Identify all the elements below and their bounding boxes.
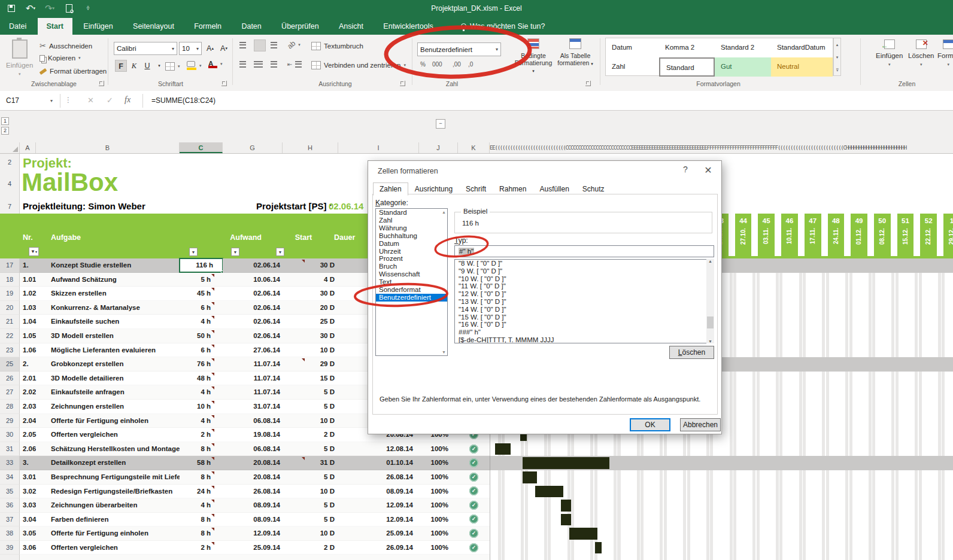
- selected-cell-c17[interactable]: 116 h: [180, 258, 223, 272]
- number-dialog-launcher[interactable]: [585, 81, 591, 86]
- tab-seitenlayout[interactable]: Seitenlayout: [124, 18, 183, 35]
- filter-aufwand[interactable]: ▼: [189, 248, 198, 256]
- underline-dropdown[interactable]: ▾: [153, 60, 165, 72]
- dialog-tab-zahlen[interactable]: Zahlen: [373, 182, 408, 196]
- outline-collapse-button[interactable]: −: [436, 119, 445, 129]
- category-item-buchhaltung[interactable]: Buchhaltung: [376, 232, 447, 240]
- align-right-icon[interactable]: [271, 61, 277, 68]
- align-center-icon[interactable]: [254, 61, 263, 68]
- format-as-table-button[interactable]: Als Tabelle formatieren ▾: [557, 38, 594, 68]
- align-bottom-icon[interactable]: [271, 42, 277, 48]
- format-type-item[interactable]: "13 W. [ "0" D ]": [455, 298, 714, 306]
- column-header-C[interactable]: C: [180, 142, 223, 153]
- tab-ueberpruefen[interactable]: Überprüfen: [272, 18, 328, 35]
- format-type-item[interactable]: "8 W. [ "0" D ]": [455, 260, 714, 267]
- gallery-scroll-buttons[interactable]: ▴▾⊽: [833, 38, 841, 76]
- grow-font-button[interactable]: A▴: [204, 42, 216, 54]
- increase-decimal-icon[interactable]: ,00: [453, 61, 461, 68]
- underline-button[interactable]: U: [141, 60, 153, 72]
- percent-style-icon[interactable]: %: [420, 61, 426, 68]
- italic-button[interactable]: K: [128, 60, 140, 72]
- style-gut[interactable]: Gut: [715, 57, 771, 77]
- delete-cells-button[interactable]: ✕ Löschen▾: [908, 39, 934, 67]
- table-row-36[interactable]: 363.03Zeichnungen überarbeiten4 h08.09.1…: [0, 498, 953, 513]
- tab-datei[interactable]: Datei: [0, 18, 35, 35]
- borders-button[interactable]: ▾: [165, 62, 180, 71]
- format-cells-button[interactable]: Format▾: [937, 39, 953, 67]
- column-header-K[interactable]: K: [458, 142, 490, 153]
- wrap-text-button[interactable]: Textumbruch: [311, 42, 363, 50]
- style-standard-selected[interactable]: Standard: [659, 57, 715, 77]
- cut-button[interactable]: ✂Ausschneiden: [40, 41, 92, 50]
- tab-entwicklertools[interactable]: Entwicklertools: [374, 18, 442, 35]
- tab-einfuegen[interactable]: Einfügen: [74, 18, 122, 35]
- clipboard-dialog-launcher[interactable]: [99, 81, 104, 86]
- outline-level-1-button[interactable]: 1: [1, 117, 9, 125]
- category-item-datum[interactable]: Datum: [376, 240, 447, 248]
- style-datum[interactable]: Datum: [606, 38, 659, 57]
- category-item-prozent[interactable]: Prozent: [376, 255, 447, 263]
- orientation-button[interactable]: ab▾: [287, 41, 301, 49]
- ok-button[interactable]: OK: [630, 418, 670, 431]
- insert-function-icon[interactable]: fx: [125, 95, 130, 105]
- format-type-item[interactable]: "9 W. [ "0" D ]": [455, 267, 714, 275]
- copy-button[interactable]: Kopieren ▾: [40, 54, 81, 62]
- table-row-38[interactable]: 383.05Offerte für Fertigung einholen8 h1…: [0, 526, 953, 541]
- column-header-J[interactable]: J: [419, 142, 458, 153]
- filter-start[interactable]: ▼: [231, 248, 239, 256]
- paste-button[interactable]: Einfügen▾: [6, 39, 33, 77]
- style-standarddatum[interactable]: StandardDatum: [771, 38, 833, 57]
- format-type-item[interactable]: "15 W. [ "0" D ]": [455, 314, 714, 321]
- category-item-standard[interactable]: Standard: [376, 209, 447, 217]
- filter-funnel-icon[interactable]: ▼▾: [29, 247, 39, 256]
- outline-level-2-button[interactable]: 2: [1, 127, 9, 135]
- format-type-item[interactable]: "14 W. [ "0" D ]": [455, 306, 714, 314]
- type-input[interactable]: #" h": [454, 245, 714, 257]
- format-type-item[interactable]: [$-de-CH]TTTT, T. MMMM JJJJ: [455, 336, 714, 343]
- table-row-37[interactable]: 373.04Farben definieren8 h08.09.145 D12.…: [0, 513, 953, 527]
- align-left-icon[interactable]: [239, 61, 246, 68]
- category-listbox[interactable]: StandardZahlWährungBuchhaltungDatumUhrze…: [375, 208, 448, 356]
- shrink-font-button[interactable]: A▾: [218, 42, 230, 54]
- table-row-39[interactable]: 393.06Offerten vergleichen2 h25.09.142 D…: [0, 541, 953, 555]
- category-item-währung[interactable]: Währung: [376, 224, 447, 232]
- dialog-close-icon[interactable]: ✕: [700, 165, 717, 176]
- category-item-wissenschaft[interactable]: Wissenschaft: [376, 270, 447, 278]
- style-komma2[interactable]: Komma 2: [659, 38, 715, 57]
- category-item-bruch[interactable]: Bruch: [376, 263, 447, 270]
- align-middle-icon[interactable]: [254, 39, 266, 51]
- column-header-A[interactable]: A: [20, 142, 36, 153]
- confirm-entry-icon[interactable]: ✓: [107, 96, 113, 105]
- style-neutral[interactable]: Neutral: [771, 57, 833, 77]
- row-number-2[interactable]: 2: [0, 159, 19, 166]
- category-item-sonderformat[interactable]: Sonderformat: [376, 286, 447, 294]
- font-name-combo[interactable]: Calibri▾: [114, 42, 177, 55]
- decrease-indent-icon[interactable]: ⇤: [287, 61, 302, 68]
- decrease-decimal-icon[interactable]: ,0: [468, 61, 473, 68]
- format-type-item[interactable]: "12 W. [ "0" D ]": [455, 290, 714, 298]
- filter-dauer[interactable]: ▼: [276, 248, 284, 256]
- style-zahl[interactable]: Zahl: [606, 57, 659, 77]
- conditional-formatting-button[interactable]: Bedingte Formatierung ▾: [515, 38, 552, 75]
- column-header-H[interactable]: H: [283, 142, 338, 153]
- cancel-button[interactable]: Abbrechen: [680, 418, 721, 431]
- row-number-4[interactable]: 4: [0, 180, 19, 187]
- align-top-icon[interactable]: [239, 42, 246, 48]
- category-item-zahl[interactable]: Zahl: [376, 217, 447, 224]
- tell-me-box[interactable]: Was möchten Sie tun?: [461, 22, 545, 31]
- format-painter-button[interactable]: Format übertragen: [40, 68, 107, 75]
- column-header-G[interactable]: G: [223, 142, 283, 153]
- name-box-dropdown[interactable]: ▾: [50, 98, 53, 104]
- fill-color-button[interactable]: ▾: [187, 61, 202, 70]
- column-header-I[interactable]: I: [338, 142, 419, 153]
- name-box[interactable]: C17: [2, 94, 57, 108]
- format-type-item[interactable]: ###" h": [455, 328, 714, 336]
- dialog-help-icon[interactable]: ?: [677, 165, 694, 174]
- type-listbox[interactable]: "8 W. [ "0" D ]""9 W. [ "0" D ]""10 W. […: [454, 259, 714, 343]
- category-item-uhrzeit[interactable]: Uhrzeit: [376, 248, 447, 255]
- font-color-button[interactable]: A▾: [208, 60, 223, 68]
- category-list-scrollbar[interactable]: ▲▼: [440, 209, 447, 355]
- style-standard2[interactable]: Standard 2: [715, 38, 771, 57]
- format-type-item[interactable]: "10 W. [ "0" D ]": [455, 275, 714, 283]
- table-row-31[interactable]: 312.06Schätzung Herstellkosten und Monta…: [0, 442, 953, 456]
